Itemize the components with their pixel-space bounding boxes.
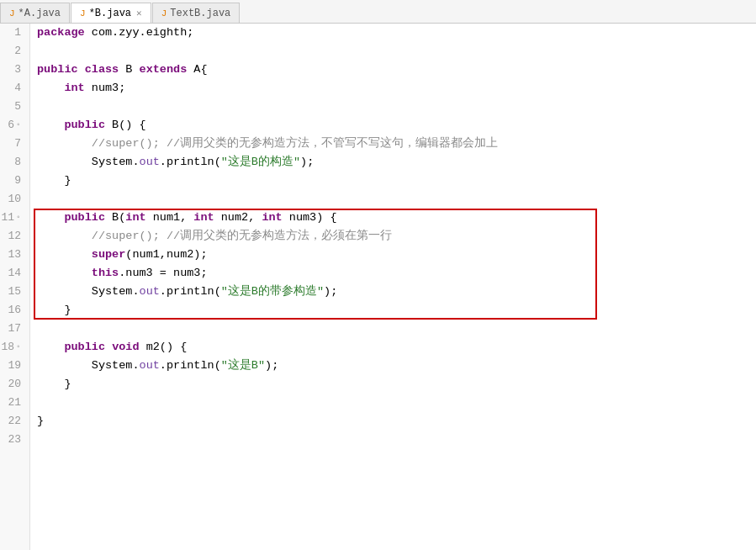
code-line-10 xyxy=(37,190,756,209)
kw-int-4: int xyxy=(64,79,84,98)
code-line-14: this.num3 = num3; xyxy=(37,264,756,283)
code-line-16: } xyxy=(37,301,756,320)
tab-b-label: *B.java xyxy=(89,8,131,19)
comment-12: //super(); //调用父类的无参构造方法，必须在第一行 xyxy=(92,227,392,246)
ln-3: 3 xyxy=(0,61,24,79)
code-line-15: System.out.println("这是B的带参构造"); xyxy=(37,283,756,301)
kw-this-14: this xyxy=(92,264,119,283)
kw-super-13: super xyxy=(92,246,126,264)
ln-4: 4 xyxy=(0,79,24,98)
code-line-17 xyxy=(37,320,756,338)
ln-13: 13 xyxy=(0,246,24,264)
ln-17: 17 xyxy=(0,320,24,338)
code-line-9: } xyxy=(37,172,756,190)
kw-public-11: public xyxy=(64,209,105,227)
ln-20: 20 xyxy=(0,375,24,394)
kw-class: class xyxy=(85,61,119,79)
kw-public-18: public xyxy=(64,338,105,357)
ln-12: 12 xyxy=(0,227,24,246)
ln-14: 14 xyxy=(0,264,24,283)
kw-public-3: public xyxy=(37,61,78,79)
tab-textb-icon: J xyxy=(161,8,167,19)
str-15: "这是B的带参构造" xyxy=(221,283,324,301)
code-line-13: super(num1,num2); xyxy=(37,246,756,264)
ln-1: 1 xyxy=(0,24,24,42)
ln-19: 19 xyxy=(0,357,24,375)
ln-23: 23 xyxy=(0,431,24,449)
ln-21: 21 xyxy=(0,394,24,412)
code-line-22: } xyxy=(37,412,756,431)
kw-extends: extends xyxy=(140,61,188,79)
out-15: out xyxy=(140,283,160,301)
tab-b-icon: J xyxy=(80,8,86,19)
code-line-20: } xyxy=(37,375,756,394)
ln-2: 2 xyxy=(0,42,24,61)
code-line-3: public class B extends A{ xyxy=(37,61,756,79)
str-19: "这是B" xyxy=(221,357,265,375)
code-line-5 xyxy=(37,98,756,116)
str-8: "这是B的构造" xyxy=(221,153,300,172)
comment-7: //super(); //调用父类的无参构造方法，不管写不写这句，编辑器都会加上 xyxy=(92,135,498,153)
code-line-19: System.out.println("这是B"); xyxy=(37,357,756,375)
code-line-8: System.out.println("这是B的构造"); xyxy=(37,153,756,172)
tab-b-close-icon[interactable]: ✕ xyxy=(136,8,142,19)
code-line-1: package com.zyy.eighth; xyxy=(37,24,756,42)
ln-16: 16 xyxy=(0,301,24,320)
code-area: 1 2 3 4 5 6 7 8 9 10 11 12 13 14 15 16 1… xyxy=(0,24,756,550)
tab-a-icon: J xyxy=(9,8,15,19)
ln-9: 9 xyxy=(0,172,24,190)
kw-public-6: public xyxy=(64,116,105,135)
ln-6: 6 xyxy=(0,116,24,135)
ln-15: 15 xyxy=(0,283,24,301)
tab-textb-label: TextB.java xyxy=(170,8,230,19)
kw-int-11b: int xyxy=(193,209,214,227)
ln-18: 18 xyxy=(0,338,24,357)
kw-package: package xyxy=(37,24,85,42)
ln-7: 7 xyxy=(0,135,24,153)
tab-bar: J *A.java J *B.java ✕ J TextB.java xyxy=(0,0,756,24)
code-line-2 xyxy=(37,42,756,61)
tab-a-label: *A.java xyxy=(19,8,61,19)
kw-int-11c: int xyxy=(262,209,282,227)
out-8: out xyxy=(140,153,160,172)
tab-b-java[interactable]: J *B.java ✕ xyxy=(71,3,151,23)
line-numbers: 1 2 3 4 5 6 7 8 9 10 11 12 13 14 15 16 1… xyxy=(0,24,30,550)
l1-pkg: com.zyy.eighth; xyxy=(85,24,194,42)
kw-int-11a: int xyxy=(125,209,145,227)
tab-textb-java[interactable]: J TextB.java xyxy=(152,3,241,23)
kw-void-18: void xyxy=(112,338,139,357)
out-19: out xyxy=(140,357,160,375)
ln-8: 8 xyxy=(0,153,24,172)
code-line-7: //super(); //调用父类的无参构造方法，不管写不写这句，编辑器都会加上 xyxy=(37,135,756,153)
code-line-18: public void m2() { xyxy=(37,338,756,357)
ln-10: 10 xyxy=(0,190,24,209)
code-line-21 xyxy=(37,394,756,412)
tab-a-java[interactable]: J *A.java xyxy=(0,3,70,23)
code-line-4: int num3; xyxy=(37,79,756,98)
code-line-11: public B(int num1, int num2, int num3) { xyxy=(37,209,756,227)
code-line-12: //super(); //调用父类的无参构造方法，必须在第一行 xyxy=(37,227,756,246)
ln-22: 22 xyxy=(0,412,24,431)
code-line-6: public B() { xyxy=(37,116,756,135)
ln-11: 11 xyxy=(0,209,24,227)
code-lines: package com.zyy.eighth; public class B e… xyxy=(30,24,756,550)
ln-5: 5 xyxy=(0,98,24,116)
code-line-23 xyxy=(37,431,756,449)
